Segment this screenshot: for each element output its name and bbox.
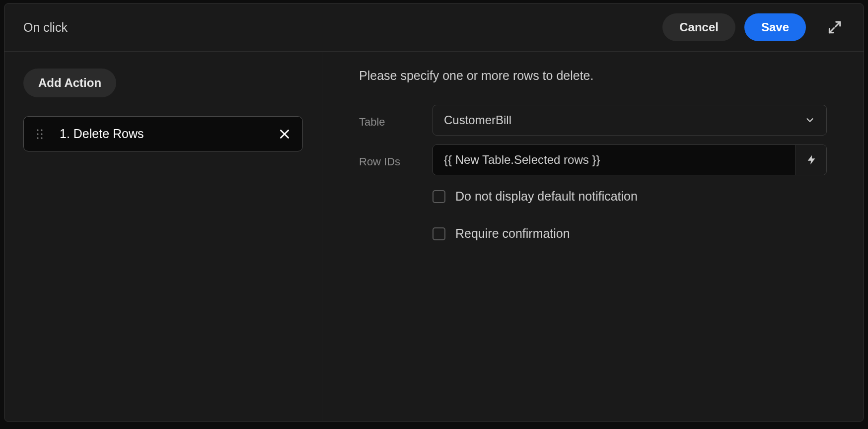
row-ids-label: Row IDs [359,151,433,168]
no-notification-checkbox[interactable] [433,190,445,203]
table-label: Table [359,112,433,129]
svg-point-5 [41,133,42,135]
row-ids-field [433,144,827,175]
no-notification-row: Do not display default notification [433,189,827,204]
action-config-panel: Please specify one or more rows to delet… [322,52,864,422]
modal-body: Add Action 1. Delete Rows [4,52,864,422]
svg-point-7 [41,137,42,139]
lightning-icon[interactable] [796,145,826,175]
table-select[interactable]: CustomerBill [433,105,827,136]
add-action-button[interactable]: Add Action [23,69,116,97]
table-row: Table CustomerBill [359,105,827,136]
svg-point-6 [37,137,38,139]
svg-point-4 [37,133,38,135]
modal-header: On click Cancel Save [4,3,864,52]
row-ids-input[interactable] [433,145,796,175]
instruction-text: Please specify one or more rows to delet… [359,69,827,83]
chevron-down-icon [804,115,815,126]
cancel-button[interactable]: Cancel [662,13,735,41]
row-ids-row: Row IDs [359,144,827,175]
actions-panel: Add Action 1. Delete Rows [4,52,322,422]
action-item-label: 1. Delete Rows [60,127,278,141]
drag-handle-icon[interactable] [35,127,45,141]
save-button[interactable]: Save [744,13,806,41]
modal-title: On click [23,20,662,35]
action-editor-modal: On click Cancel Save Add Action [4,3,864,422]
no-notification-label[interactable]: Do not display default notification [455,189,638,204]
table-select-value: CustomerBill [444,113,511,127]
require-confirmation-checkbox[interactable] [433,227,445,240]
require-confirmation-row: Require confirmation [433,226,827,241]
require-confirmation-label[interactable]: Require confirmation [455,226,570,241]
expand-icon[interactable] [825,17,845,37]
svg-point-3 [41,129,42,131]
close-icon[interactable] [278,127,291,141]
header-actions: Cancel Save [662,13,845,41]
svg-point-2 [37,129,38,131]
action-item[interactable]: 1. Delete Rows [23,116,303,151]
